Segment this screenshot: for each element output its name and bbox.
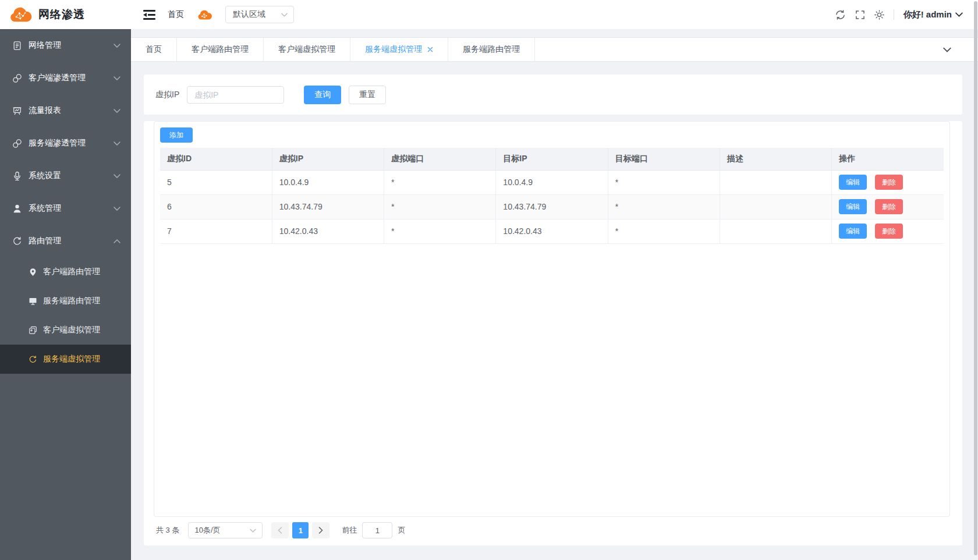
cell-virtual-ip: 10.0.4.9 [272, 170, 384, 194]
fullscreen-icon[interactable] [855, 10, 865, 20]
edit-button[interactable]: 编辑 [839, 175, 867, 190]
tab-server-virtual-mgmt[interactable]: 服务端虚拟管理 [350, 38, 448, 61]
sidebar-item-server-virtual-mgmt[interactable]: 服务端虚拟管理 [0, 345, 131, 374]
link-icon [12, 138, 22, 148]
prev-page-button[interactable] [271, 522, 289, 538]
goto-page-input[interactable] [362, 522, 392, 538]
reset-button[interactable]: 重置 [349, 86, 386, 104]
cell-virtual-port: * [384, 194, 496, 219]
col-virtual-port: 虚拟端口 [384, 148, 496, 170]
goto-label: 前往 [342, 525, 357, 536]
chevron-down-icon [114, 109, 121, 113]
delete-button[interactable]: 删除 [875, 224, 903, 239]
refresh-icon [12, 236, 22, 246]
cell-target-port: * [608, 194, 720, 219]
table-row: 7 10.42.0.43 * 10.42.0.43 * 编辑 删除 [160, 219, 944, 243]
cell-target-port: * [608, 170, 720, 194]
user-menu[interactable]: 你好! admin [903, 9, 963, 20]
region-select[interactable]: 默认区域 [225, 6, 294, 23]
sidebar-item-traffic-report[interactable]: 流量报表 [0, 94, 131, 127]
virtual-ip-input[interactable] [187, 86, 284, 104]
table-panel: 添加 虚拟ID 虚拟IP 虚拟端口 目标IP 目标端口 描述 操作 [144, 121, 962, 545]
tab-label: 客户端虚拟管理 [278, 44, 335, 55]
table-row: 6 10.43.74.79 * 10.43.74.79 * 编辑 删除 [160, 194, 944, 219]
app-title: 网络渗透 [38, 7, 85, 22]
sidebar-item-system-mgmt[interactable]: 系统管理 [0, 192, 131, 225]
sidebar-item-client-route-mgmt[interactable]: 客户端路由管理 [0, 257, 131, 286]
app-window: 网络渗透 网络管理 [0, 0, 978, 560]
refresh-icon[interactable] [835, 9, 846, 20]
link-icon [12, 73, 22, 83]
sidebar-item-label: 客户端路由管理 [43, 267, 100, 277]
tab-client-route-mgmt[interactable]: 客户端路由管理 [177, 38, 264, 61]
cloud-logo-icon [8, 6, 33, 23]
sidebar-item-label: 路由管理 [29, 236, 114, 246]
table-card: 添加 虚拟ID 虚拟IP 虚拟端口 目标IP 目标端口 描述 操作 [154, 121, 950, 517]
divider [894, 9, 894, 20]
col-description: 描述 [720, 148, 831, 170]
tab-label: 服务端路由管理 [463, 44, 520, 55]
sidebar-item-label: 服务端渗透管理 [29, 138, 114, 148]
cell-actions: 编辑 删除 [832, 194, 944, 219]
sidebar-collapse-icon[interactable] [138, 7, 161, 23]
sidebar-item-client-virtual-mgmt[interactable]: 客户端虚拟管理 [0, 316, 131, 345]
delete-button[interactable]: 删除 [875, 175, 903, 190]
tab-label: 服务端虚拟管理 [365, 44, 422, 55]
cell-target-ip: 10.0.4.9 [496, 170, 608, 194]
sidebar-item-route-mgmt[interactable]: 路由管理 [0, 225, 131, 257]
table-empty-space [160, 244, 944, 511]
sidebar-item-label: 客户端虚拟管理 [43, 325, 100, 335]
sidebar-item-network-mgmt[interactable]: 网络管理 [0, 29, 131, 62]
chevron-down-icon [114, 76, 121, 80]
cell-description [720, 219, 831, 243]
sidebar-item-label: 网络管理 [29, 40, 114, 51]
cell-description [720, 194, 831, 219]
tab-client-virtual-mgmt[interactable]: 客户端虚拟管理 [264, 38, 350, 61]
tab-server-route-mgmt[interactable]: 服务端路由管理 [448, 38, 535, 61]
sidebar-item-server-route-mgmt[interactable]: 服务端路由管理 [0, 286, 131, 316]
page-size-select[interactable]: 10条/页 [188, 522, 263, 538]
sidebar-item-label: 服务端虚拟管理 [43, 354, 100, 364]
add-button[interactable]: 添加 [160, 127, 193, 143]
top-navbar: 首页 默认区域 [131, 0, 978, 29]
cell-virtual-port: * [384, 219, 496, 243]
pagination-total: 共 3 条 [156, 525, 179, 536]
theme-sun-icon[interactable] [874, 10, 884, 20]
logo-bar: 网络渗透 [0, 0, 131, 29]
pagination: 共 3 条 10条/页 1 前往 [154, 522, 950, 538]
cell-virtual-id: 5 [160, 170, 272, 194]
sidebar-menu: 网络管理 客户端渗透管理 [0, 29, 131, 560]
next-page-button[interactable] [312, 522, 329, 538]
location-pin-icon [28, 267, 37, 277]
col-actions: 操作 [832, 148, 944, 170]
tabs-chevron-down-icon[interactable] [943, 38, 951, 61]
sidebar-item-server-pen-mgmt[interactable]: 服务端渗透管理 [0, 127, 131, 160]
chevron-up-icon [114, 239, 121, 243]
edit-button[interactable]: 编辑 [839, 199, 867, 214]
tab-home[interactable]: 首页 [131, 38, 177, 61]
delete-button[interactable]: 删除 [875, 199, 903, 214]
tab-label: 首页 [146, 44, 162, 55]
chevron-down-icon [114, 44, 121, 48]
chart-board-icon [12, 105, 22, 116]
search-button[interactable]: 查询 [304, 86, 341, 104]
scrollbar[interactable] [974, 1, 977, 555]
main-column: 首页 默认区域 [131, 0, 978, 560]
sidebar-item-label: 服务端路由管理 [43, 296, 100, 306]
tags-view-bar: 首页 客户端路由管理 客户端虚拟管理 服务端虚拟管理 服务端路由管理 [131, 37, 978, 62]
sidebar-item-label: 客户端渗透管理 [29, 73, 114, 83]
current-page-button[interactable]: 1 [292, 522, 309, 538]
close-icon[interactable] [427, 47, 433, 52]
user-icon [12, 203, 22, 214]
page-size-value: 10条/页 [194, 525, 220, 536]
cell-description [720, 170, 831, 194]
breadcrumb[interactable]: 首页 [168, 9, 184, 20]
sidebar-item-client-pen-mgmt[interactable]: 客户端渗透管理 [0, 62, 131, 94]
cell-actions: 编辑 删除 [832, 219, 944, 243]
sidebar-item-system-settings[interactable]: 系统设置 [0, 160, 131, 192]
cell-virtual-ip: 10.43.74.79 [272, 194, 384, 219]
page-content: 虚拟IP 查询 重置 添加 虚拟ID 虚拟IP 虚拟端口 [131, 62, 978, 560]
chevron-down-icon [955, 12, 963, 17]
virtual-route-table: 虚拟ID 虚拟IP 虚拟端口 目标IP 目标端口 描述 操作 5 [160, 148, 944, 244]
edit-button[interactable]: 编辑 [839, 224, 867, 239]
